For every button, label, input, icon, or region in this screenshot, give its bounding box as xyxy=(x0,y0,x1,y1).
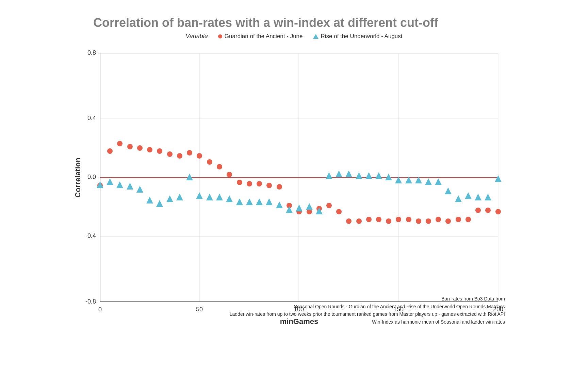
legend-triangle-icon xyxy=(313,34,318,39)
point-red xyxy=(277,184,282,190)
point-cyan xyxy=(465,192,472,199)
point-red xyxy=(416,218,421,224)
point-red xyxy=(386,218,391,224)
point-cyan xyxy=(206,194,213,200)
point-cyan xyxy=(306,203,313,210)
point-cyan xyxy=(236,198,243,205)
point-red xyxy=(436,217,441,222)
point-red xyxy=(396,217,401,222)
point-red xyxy=(227,172,232,177)
point-red xyxy=(167,151,173,157)
footnote-line-1: Ban-rates from Bo3 Data from xyxy=(230,295,505,303)
footnote-line-3: Ladder win-rates from up to two weeks pr… xyxy=(230,310,505,318)
point-red xyxy=(247,181,252,186)
point-red xyxy=(495,209,501,214)
point-cyan xyxy=(127,183,133,190)
point-red xyxy=(127,144,133,149)
point-cyan xyxy=(246,198,253,205)
chart-container: Correlation of ban-rates with a win-inde… xyxy=(63,9,525,383)
point-cyan xyxy=(256,198,263,205)
point-red xyxy=(257,181,262,186)
point-cyan xyxy=(276,201,283,208)
point-cyan xyxy=(345,170,352,177)
legend: Variable Guardian of the Ancient - June … xyxy=(73,33,515,40)
point-cyan xyxy=(156,200,163,207)
point-cyan xyxy=(176,194,183,200)
point-cyan xyxy=(336,170,342,177)
point-red xyxy=(445,218,451,224)
legend-item1-label: Guardian of the Ancient - June xyxy=(225,33,303,40)
point-red xyxy=(207,159,212,165)
svg-text:-0.4: -0.4 xyxy=(85,232,96,239)
point-cyan xyxy=(286,206,293,213)
svg-text:0.0: 0.0 xyxy=(87,174,96,180)
point-cyan xyxy=(107,178,113,185)
legend-item-1: Guardian of the Ancient - June xyxy=(218,33,303,40)
point-cyan xyxy=(266,198,273,205)
point-red xyxy=(366,217,372,222)
point-red xyxy=(336,209,342,214)
svg-text:0: 0 xyxy=(98,306,102,313)
point-red xyxy=(197,153,202,159)
plot-area: -0.8 -0.4 0.0 0.4 0.8 0 50 100 150 200 C… xyxy=(73,43,515,329)
point-red xyxy=(266,183,272,188)
point-red xyxy=(117,141,122,146)
chart-title: Correlation of ban-rates with a win-inde… xyxy=(73,16,515,30)
point-cyan xyxy=(146,197,153,203)
point-cyan xyxy=(435,178,442,185)
point-cyan xyxy=(385,174,392,180)
point-cyan xyxy=(166,195,173,202)
legend-item2-label: Rise of the Underworld - August xyxy=(321,33,403,40)
point-red xyxy=(356,218,362,224)
svg-text:0.8: 0.8 xyxy=(87,49,96,56)
point-red xyxy=(346,218,352,224)
point-red xyxy=(147,147,152,152)
point-red xyxy=(177,153,182,159)
point-red xyxy=(426,218,431,224)
point-cyan xyxy=(495,175,502,182)
point-cyan xyxy=(485,194,491,200)
legend-item-2: Rise of the Underworld - August xyxy=(313,33,403,40)
point-cyan xyxy=(475,194,481,200)
footnote: Ban-rates from Bo3 Data from Seasonal Op… xyxy=(230,295,505,326)
svg-text:Correlation: Correlation xyxy=(74,158,82,197)
point-red xyxy=(217,164,222,169)
point-cyan xyxy=(136,186,143,193)
point-red xyxy=(406,217,411,222)
point-cyan xyxy=(226,195,233,202)
point-cyan xyxy=(326,172,332,179)
point-cyan xyxy=(186,174,193,180)
point-cyan xyxy=(296,205,303,211)
point-red xyxy=(456,217,461,222)
svg-text:-0.8: -0.8 xyxy=(85,298,96,305)
point-cyan xyxy=(216,194,223,200)
legend-variable-label: Variable xyxy=(185,33,208,40)
scatter-chart: -0.8 -0.4 0.0 0.4 0.8 0 50 100 150 200 C… xyxy=(73,43,515,329)
point-cyan xyxy=(356,172,362,179)
legend-circle-icon xyxy=(218,34,222,38)
point-red xyxy=(157,148,162,154)
point-cyan xyxy=(445,187,452,194)
point-cyan xyxy=(375,172,382,179)
point-red xyxy=(376,217,381,222)
point-red xyxy=(466,217,471,222)
point-cyan xyxy=(365,172,372,179)
point-cyan xyxy=(455,195,462,202)
point-cyan xyxy=(116,181,123,188)
point-red xyxy=(187,150,192,156)
point-red xyxy=(137,145,143,151)
point-red xyxy=(475,208,481,213)
point-cyan xyxy=(196,192,203,199)
point-red xyxy=(107,148,113,154)
point-red xyxy=(485,208,491,213)
svg-text:0.4: 0.4 xyxy=(87,115,96,121)
footnote-line-4: Win-Index as harmonic mean of Seasonal a… xyxy=(230,318,505,326)
footnote-line-2: Seasonal Open Rounds - Gurdian of the An… xyxy=(230,303,505,310)
point-red xyxy=(237,180,242,185)
point-red xyxy=(326,203,332,208)
svg-text:50: 50 xyxy=(196,306,203,313)
point-cyan xyxy=(425,178,432,185)
